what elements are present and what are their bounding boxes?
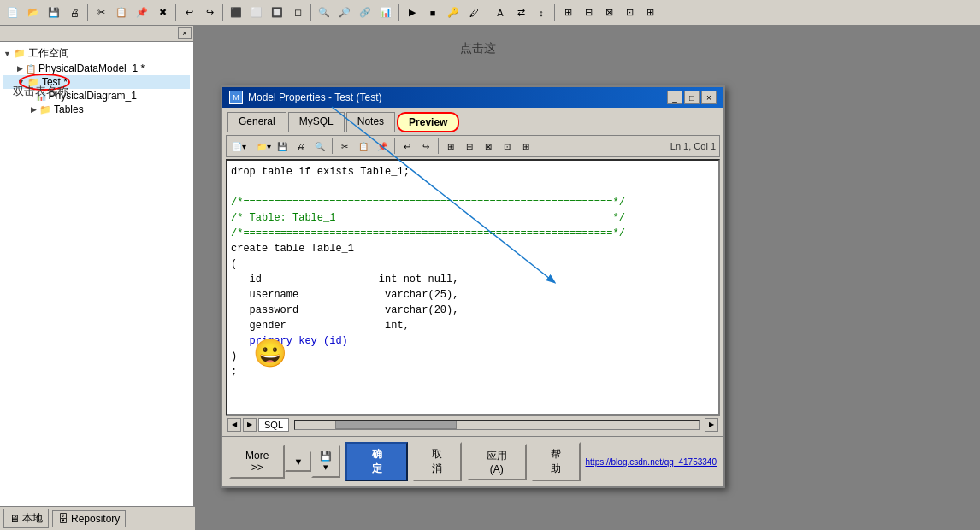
inner-sep-3 — [394, 138, 395, 154]
inner-btn-undo[interactable]: ↩ — [398, 138, 416, 155]
local-btn[interactable]: 🖥 本地 — [3, 509, 49, 528]
tb21[interactable]: ⊡ — [620, 3, 639, 22]
ln-col-info: Ln 1, Col 1 — [670, 141, 716, 151]
more-button[interactable]: More >> — [229, 445, 285, 479]
inner-btn-cut[interactable]: ✂ — [336, 138, 353, 155]
scroll-tab-sql[interactable]: SQL — [258, 418, 289, 432]
cut-button[interactable]: ✂ — [92, 3, 110, 22]
maximize-btn[interactable]: □ — [684, 91, 700, 104]
main-area: × ▼ 📁 工作空间 ▶ 📋 PhysicalDataModel_1 * ▼ 📁… — [0, 26, 980, 530]
tb16[interactable]: ⇄ — [511, 3, 530, 22]
redo-button[interactable]: ↪ — [200, 3, 219, 22]
tb11[interactable]: ▶ — [403, 3, 422, 22]
tb18[interactable]: ⊞ — [558, 3, 577, 22]
double-click-annotation: 双击表名称 — [13, 84, 68, 99]
save-split-btn[interactable]: 💾▾ — [311, 445, 340, 478]
inner-btn-search[interactable]: 🔍 — [311, 138, 328, 155]
tree-item-workspace[interactable]: ▼ 📁 工作空间 — [3, 45, 190, 62]
tb14[interactable]: 🖊 — [464, 3, 483, 22]
inner-btn-c[interactable]: ⊠ — [480, 138, 497, 155]
code-line-create: create table Table_1 — [231, 241, 715, 256]
more-btn-group: More >> ▼ 💾▾ — [229, 445, 340, 479]
tb9[interactable]: 🔗 — [356, 3, 375, 22]
apply-button[interactable]: 应用(A) — [467, 444, 527, 480]
close-btn[interactable]: × — [701, 91, 717, 104]
print-button[interactable]: 🖨 — [65, 3, 84, 22]
tb19[interactable]: ⊟ — [579, 3, 598, 22]
model-properties-dialog: M Model Properties - Test (Test) _ □ × G… — [221, 85, 725, 488]
inner-btn-d[interactable]: ⊡ — [499, 138, 516, 155]
inner-btn-b[interactable]: ⊟ — [461, 138, 478, 155]
tab-notes[interactable]: Notes — [346, 112, 395, 132]
tables-label: Tables — [54, 103, 84, 115]
inner-btn-print[interactable]: 🖨 — [292, 138, 310, 155]
code-line-semi: ; — [231, 364, 715, 380]
workspace-folder-icon: 📁 — [14, 48, 26, 59]
sep1 — [87, 4, 88, 21]
sep2 — [175, 4, 176, 21]
inner-btn-a[interactable]: ⊞ — [442, 138, 459, 155]
local-icon: 🖥 — [9, 513, 20, 525]
tb20[interactable]: ⊠ — [599, 3, 618, 22]
tree-item-tables[interactable]: ▶ 📁 Tables — [3, 103, 190, 116]
inner-sep-4 — [438, 138, 439, 154]
tree-item-physical[interactable]: ▶ 📋 PhysicalDataModel_1 * — [3, 62, 190, 75]
inner-btn-copy[interactable]: 📋 — [355, 138, 372, 155]
tb8[interactable]: 🔎 — [335, 3, 354, 22]
website-link[interactable]: https://blog.csdn.net/qq_41753340 — [586, 457, 717, 467]
tb17[interactable]: ↕ — [532, 3, 551, 22]
tb13[interactable]: 🔑 — [444, 3, 463, 22]
confirm-button[interactable]: 确定 — [345, 442, 408, 481]
inner-sep-2 — [332, 138, 333, 154]
tb22[interactable]: ⊞ — [641, 3, 659, 22]
physical-file-icon: 📋 — [26, 64, 36, 74]
repository-label: Repository — [71, 513, 120, 525]
more-split-btn[interactable]: ▼ — [285, 451, 311, 472]
tb15[interactable]: A — [491, 3, 510, 22]
code-line-password: password varchar(20), — [231, 303, 715, 318]
delete-button[interactable]: ✖ — [153, 3, 172, 22]
inner-btn-2[interactable]: 📁▾ — [255, 138, 272, 155]
cancel-button[interactable]: 取消 — [413, 442, 462, 481]
tb6[interactable]: ◻ — [288, 3, 307, 22]
paste-button[interactable]: 📌 — [133, 3, 151, 22]
dialog-icon: M — [229, 91, 243, 104]
code-line-id: id int not null, — [231, 272, 715, 287]
tb3[interactable]: ⬛ — [227, 3, 245, 22]
save-button[interactable]: 💾 — [44, 3, 63, 22]
inner-btn-1[interactable]: 📄▾ — [230, 138, 247, 155]
tab-mysql[interactable]: MySQL — [288, 112, 345, 132]
code-line-username: username varchar(25), — [231, 287, 715, 303]
h-scrollbar[interactable] — [294, 420, 700, 430]
tb5[interactable]: 🔲 — [268, 3, 286, 22]
scroll-prev-btn[interactable]: ◀ — [227, 418, 241, 432]
tb4[interactable]: ⬜ — [247, 3, 266, 22]
help-button[interactable]: 帮助 — [532, 442, 581, 481]
code-area[interactable]: drop table if exists Table_1; /*========… — [226, 159, 720, 415]
tb7[interactable]: 🔍 — [315, 3, 334, 22]
inner-btn-paste[interactable]: 📌 — [374, 138, 391, 155]
tab-general[interactable]: General — [227, 112, 286, 132]
tab-preview[interactable]: Preview — [397, 112, 459, 132]
tb12[interactable]: ■ — [423, 3, 442, 22]
new-button[interactable]: 📄 — [3, 3, 22, 22]
panel-close-btn[interactable]: × — [178, 27, 192, 39]
tb10[interactable]: 📊 — [376, 3, 395, 22]
minimize-btn[interactable]: _ — [667, 91, 682, 104]
open-button[interactable]: 📂 — [24, 3, 43, 22]
inner-btn-e[interactable]: ⊞ — [517, 138, 534, 155]
panel-header: × — [0, 26, 193, 42]
undo-button[interactable]: ↩ — [180, 3, 198, 22]
expand-icon-tables: ▶ — [31, 105, 37, 114]
code-line-comment1: /*======================================… — [231, 195, 715, 210]
copy-button[interactable]: 📋 — [112, 3, 131, 22]
inner-btn-save[interactable]: 💾 — [274, 138, 291, 155]
scroll-next-btn[interactable]: ▶ — [243, 418, 257, 432]
inner-btn-redo[interactable]: ↪ — [417, 138, 434, 155]
main-toolbar: 📄 📂 💾 🖨 ✂ 📋 📌 ✖ ↩ ↪ ⬛ ⬜ 🔲 ◻ 🔍 🔎 🔗 📊 ▶ ■ … — [0, 0, 980, 26]
dialog-title-text: Model Properties - Test (Test) — [248, 91, 382, 103]
repository-btn[interactable]: 🗄 Repository — [52, 510, 126, 527]
dialog-title-controls: _ □ × — [667, 91, 717, 104]
code-line-blank1 — [231, 180, 715, 195]
scroll-right-btn[interactable]: ▶ — [705, 418, 718, 432]
